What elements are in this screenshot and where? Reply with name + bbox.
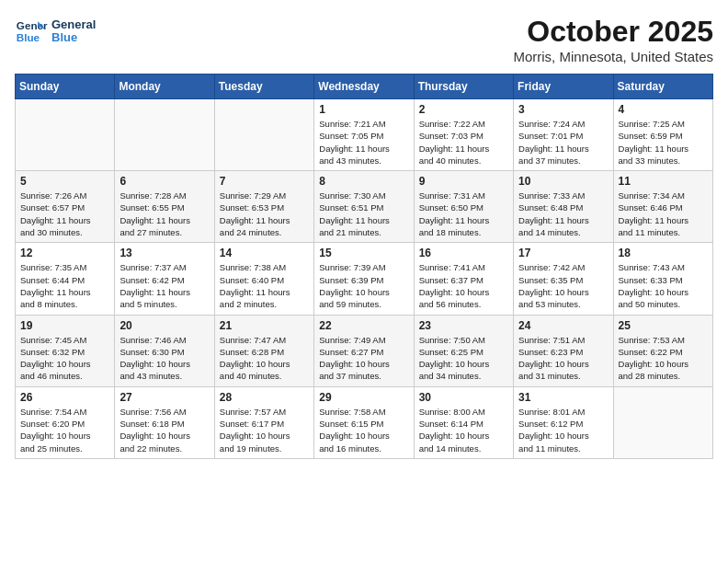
day-info: Sunrise: 7:28 AM Sunset: 6:55 PM Dayligh… [119, 190, 209, 238]
calendar-cell: 14Sunrise: 7:38 AM Sunset: 6:40 PM Dayli… [214, 243, 313, 315]
day-info: Sunrise: 7:49 AM Sunset: 6:27 PM Dayligh… [319, 334, 408, 383]
day-info: Sunrise: 7:33 AM Sunset: 6:48 PM Dayligh… [518, 190, 608, 238]
calendar-cell: 13Sunrise: 7:37 AM Sunset: 6:42 PM Dayli… [115, 243, 214, 315]
day-info: Sunrise: 7:38 AM Sunset: 6:40 PM Dayligh… [220, 261, 309, 310]
day-info: Sunrise: 7:51 AM Sunset: 6:23 PM Dayligh… [518, 334, 608, 383]
day-info: Sunrise: 7:29 AM Sunset: 6:53 PM Dayligh… [220, 190, 309, 238]
calendar-cell: 11Sunrise: 7:34 AM Sunset: 6:46 PM Dayli… [613, 171, 712, 243]
weekday-header-tuesday: Tuesday [214, 75, 313, 99]
calendar-cell: 27Sunrise: 7:56 AM Sunset: 6:18 PM Dayli… [115, 386, 214, 458]
day-number: 29 [319, 391, 408, 404]
day-number: 16 [419, 247, 508, 259]
day-number: 19 [20, 319, 109, 332]
calendar-cell: 15Sunrise: 7:39 AM Sunset: 6:39 PM Dayli… [314, 243, 414, 315]
calendar-cell: 1Sunrise: 7:21 AM Sunset: 7:05 PM Daylig… [314, 99, 414, 171]
calendar-cell: 22Sunrise: 7:49 AM Sunset: 6:27 PM Dayli… [314, 315, 414, 386]
day-number: 10 [518, 175, 608, 188]
day-number: 22 [319, 319, 408, 332]
calendar-cell: 18Sunrise: 7:43 AM Sunset: 6:33 PM Dayli… [613, 243, 712, 315]
day-number: 25 [619, 319, 708, 332]
day-info: Sunrise: 7:35 AM Sunset: 6:44 PM Dayligh… [20, 261, 109, 310]
day-number: 14 [220, 247, 309, 259]
calendar-cell: 21Sunrise: 7:47 AM Sunset: 6:28 PM Dayli… [214, 315, 313, 386]
weekday-header-friday: Friday [514, 75, 613, 99]
calendar-cell: 30Sunrise: 8:00 AM Sunset: 6:14 PM Dayli… [414, 386, 513, 458]
week-row-3: 12Sunrise: 7:35 AM Sunset: 6:44 PM Dayli… [16, 243, 713, 315]
weekday-header-saturday: Saturday [613, 75, 712, 99]
day-info: Sunrise: 7:43 AM Sunset: 6:33 PM Dayligh… [619, 261, 708, 310]
calendar-table: SundayMondayTuesdayWednesdayThursdayFrid… [15, 74, 713, 459]
calendar-cell: 31Sunrise: 8:01 AM Sunset: 6:12 PM Dayli… [514, 386, 613, 458]
day-number: 26 [20, 391, 109, 404]
day-info: Sunrise: 7:54 AM Sunset: 6:20 PM Dayligh… [20, 406, 109, 454]
day-number: 24 [518, 319, 608, 332]
calendar-cell: 20Sunrise: 7:46 AM Sunset: 6:30 PM Dayli… [115, 315, 214, 386]
calendar-cell: 10Sunrise: 7:33 AM Sunset: 6:48 PM Dayli… [514, 171, 613, 243]
week-row-1: 1Sunrise: 7:21 AM Sunset: 7:05 PM Daylig… [16, 99, 713, 171]
calendar-cell: 24Sunrise: 7:51 AM Sunset: 6:23 PM Dayli… [514, 315, 613, 386]
day-number: 21 [220, 319, 309, 332]
day-number: 28 [220, 391, 309, 404]
calendar-cell: 17Sunrise: 7:42 AM Sunset: 6:35 PM Dayli… [514, 243, 613, 315]
day-number: 20 [119, 319, 209, 332]
day-number: 2 [419, 103, 508, 116]
calendar-cell: 25Sunrise: 7:53 AM Sunset: 6:22 PM Dayli… [613, 315, 712, 386]
calendar-cell: 26Sunrise: 7:54 AM Sunset: 6:20 PM Dayli… [16, 386, 115, 458]
weekday-header-sunday: Sunday [16, 75, 115, 99]
day-info: Sunrise: 7:25 AM Sunset: 6:59 PM Dayligh… [619, 118, 708, 167]
calendar-cell: 19Sunrise: 7:45 AM Sunset: 6:32 PM Dayli… [16, 315, 115, 386]
day-info: Sunrise: 8:00 AM Sunset: 6:14 PM Dayligh… [419, 406, 508, 454]
svg-text:Blue: Blue [17, 31, 40, 43]
week-row-4: 19Sunrise: 7:45 AM Sunset: 6:32 PM Dayli… [16, 315, 713, 386]
day-info: Sunrise: 7:50 AM Sunset: 6:25 PM Dayligh… [419, 334, 508, 383]
day-info: Sunrise: 7:39 AM Sunset: 6:39 PM Dayligh… [319, 261, 408, 310]
day-number: 1 [319, 103, 408, 116]
calendar-cell [613, 386, 712, 458]
weekday-header-wednesday: Wednesday [314, 75, 414, 99]
day-number: 7 [220, 175, 309, 188]
day-info: Sunrise: 7:46 AM Sunset: 6:30 PM Dayligh… [119, 334, 209, 383]
day-info: Sunrise: 7:37 AM Sunset: 6:42 PM Dayligh… [119, 261, 209, 310]
calendar-cell [16, 99, 115, 171]
location-title: Morris, Minnesota, United States [513, 49, 713, 64]
logo-blue: Blue [51, 31, 96, 44]
day-number: 3 [518, 103, 608, 116]
day-number: 5 [20, 175, 109, 188]
day-number: 31 [518, 391, 608, 404]
day-number: 15 [319, 247, 408, 259]
weekday-header-row: SundayMondayTuesdayWednesdayThursdayFrid… [16, 75, 713, 99]
calendar-cell: 29Sunrise: 7:58 AM Sunset: 6:15 PM Dayli… [314, 386, 414, 458]
day-number: 17 [518, 247, 608, 259]
day-info: Sunrise: 7:31 AM Sunset: 6:50 PM Dayligh… [419, 190, 508, 238]
logo-icon: General Blue [15, 15, 48, 48]
calendar-cell: 8Sunrise: 7:30 AM Sunset: 6:51 PM Daylig… [314, 171, 414, 243]
calendar-cell: 23Sunrise: 7:50 AM Sunset: 6:25 PM Dayli… [414, 315, 513, 386]
day-info: Sunrise: 7:22 AM Sunset: 7:03 PM Dayligh… [419, 118, 508, 167]
day-number: 12 [20, 247, 109, 259]
day-info: Sunrise: 7:26 AM Sunset: 6:57 PM Dayligh… [20, 190, 109, 238]
day-info: Sunrise: 7:30 AM Sunset: 6:51 PM Dayligh… [319, 190, 408, 238]
week-row-5: 26Sunrise: 7:54 AM Sunset: 6:20 PM Dayli… [16, 386, 713, 458]
day-info: Sunrise: 7:57 AM Sunset: 6:17 PM Dayligh… [220, 406, 309, 454]
month-title: October 2025 [513, 15, 713, 49]
day-number: 18 [619, 247, 708, 259]
calendar-cell: 4Sunrise: 7:25 AM Sunset: 6:59 PM Daylig… [613, 99, 712, 171]
day-info: Sunrise: 7:41 AM Sunset: 6:37 PM Dayligh… [419, 261, 508, 310]
calendar-cell [115, 99, 214, 171]
calendar-cell: 7Sunrise: 7:29 AM Sunset: 6:53 PM Daylig… [214, 171, 313, 243]
calendar-cell: 28Sunrise: 7:57 AM Sunset: 6:17 PM Dayli… [214, 386, 313, 458]
day-info: Sunrise: 7:34 AM Sunset: 6:46 PM Dayligh… [619, 190, 708, 238]
day-info: Sunrise: 7:42 AM Sunset: 6:35 PM Dayligh… [518, 261, 608, 310]
day-info: Sunrise: 8:01 AM Sunset: 6:12 PM Dayligh… [518, 406, 608, 454]
weekday-header-thursday: Thursday [414, 75, 513, 99]
title-area: October 2025 Morris, Minnesota, United S… [513, 15, 713, 64]
day-number: 13 [119, 247, 209, 259]
calendar-cell [214, 99, 313, 171]
day-info: Sunrise: 7:21 AM Sunset: 7:05 PM Dayligh… [319, 118, 408, 167]
calendar-cell: 9Sunrise: 7:31 AM Sunset: 6:50 PM Daylig… [414, 171, 513, 243]
day-info: Sunrise: 7:56 AM Sunset: 6:18 PM Dayligh… [119, 406, 209, 454]
day-number: 27 [119, 391, 209, 404]
day-number: 23 [419, 319, 508, 332]
calendar-cell: 3Sunrise: 7:24 AM Sunset: 7:01 PM Daylig… [514, 99, 613, 171]
logo-general: General [51, 18, 96, 31]
